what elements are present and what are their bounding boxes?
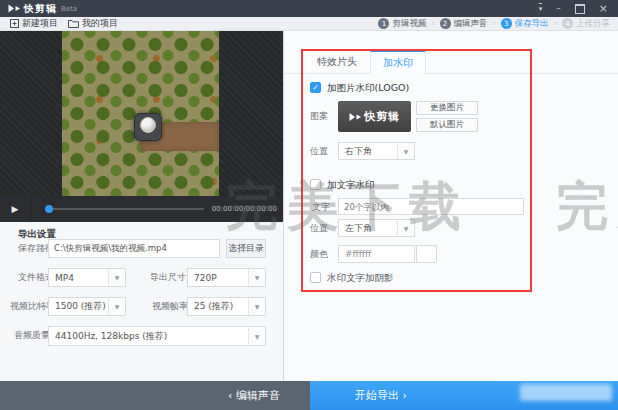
chevron-down-icon: ▼ xyxy=(397,220,414,236)
save-path-input[interactable] xyxy=(48,239,220,258)
watermark-text-input[interactable] xyxy=(338,198,524,215)
choose-directory-button[interactable]: 选择目录 xyxy=(226,239,266,258)
my-projects-button[interactable]: 我的项目 xyxy=(68,17,118,30)
window-controls: ▾ – × xyxy=(539,3,608,14)
new-project-button[interactable]: 新建项目 xyxy=(10,17,58,30)
back-to-audio-button[interactable]: ‹ 编辑声音 xyxy=(0,381,310,410)
video-fps-select[interactable]: 25 (推荐) ▼ xyxy=(187,297,266,316)
text-position-label: 位置 xyxy=(310,219,328,238)
chevron-down-icon: ▼ xyxy=(108,269,125,286)
app-logo-icon xyxy=(8,4,20,13)
text-watermark-label: 加文字水印 xyxy=(327,179,375,190)
video-tank-dome xyxy=(140,117,156,133)
app-title: 快剪辑 xyxy=(24,2,57,16)
video-frame xyxy=(62,31,219,196)
export-settings-section: 导出设置 保存路径 选择目录 文件格式 MP4 ▼ 导出尺寸 720P ▼ 视频… xyxy=(0,222,283,381)
start-export-button[interactable]: 开始导出 › xyxy=(310,381,618,410)
video-fps-label: 视频帧率 xyxy=(152,297,188,316)
default-image-button[interactable]: 默认图片 xyxy=(416,118,478,132)
slider-track xyxy=(47,208,204,210)
skin-menu-icon[interactable]: ▾ xyxy=(539,3,543,14)
app-window: 快剪辑 Beta ▾ – × 新建项目 我的项目 1 剪辑视频 xyxy=(0,0,618,410)
my-projects-label: 我的项目 xyxy=(82,17,118,30)
folder-icon xyxy=(68,19,79,28)
seek-slider[interactable] xyxy=(37,196,206,222)
step-upload-share[interactable]: 4 上传分享 xyxy=(562,18,610,30)
text-position-select[interactable]: 左下角 ▼ xyxy=(338,219,415,237)
step-edit-audio[interactable]: 2 编辑声音 xyxy=(440,18,488,30)
export-size-select[interactable]: 720P ▼ xyxy=(187,268,266,287)
color-label: 颜色 xyxy=(310,245,328,264)
beta-badge: Beta xyxy=(61,5,77,13)
export-size-label: 导出尺寸 xyxy=(150,268,186,287)
slider-handle[interactable] xyxy=(45,205,53,213)
logo-watermark-label: 加图片水印(LOGO) xyxy=(327,82,409,93)
tab-bar: 特效片头 加水印 xyxy=(284,50,618,74)
audio-quality-label: 音频质量 xyxy=(14,326,50,345)
color-input[interactable]: #ffffff xyxy=(338,245,415,263)
logo-position-label: 位置 xyxy=(310,142,328,161)
logo-position-select[interactable]: 右下角 ▼ xyxy=(338,142,415,160)
chevron-down-icon: ▼ xyxy=(248,269,265,286)
plus-square-icon xyxy=(10,19,19,28)
text-shadow-checkbox[interactable] xyxy=(310,272,321,283)
change-image-button[interactable]: 更换图片 xyxy=(416,101,478,115)
player-bar: ▶ 00:00:00/00:00:00 xyxy=(0,196,283,222)
logo-preview: 快剪辑 xyxy=(338,101,411,132)
chevron-down-icon: ▼ xyxy=(248,327,265,345)
chevron-down-icon: ▼ xyxy=(397,143,414,159)
step-edit-video[interactable]: 1 剪辑视频 xyxy=(378,18,426,30)
minimize-icon[interactable]: – xyxy=(556,4,561,13)
video-preview xyxy=(0,31,283,196)
left-panel: ▶ 00:00:00/00:00:00 导出设置 保存路径 选择目录 文件格式 … xyxy=(0,31,283,381)
color-swatch[interactable] xyxy=(416,245,437,263)
step-save-export[interactable]: 3 保存导出 xyxy=(501,18,549,30)
tab-intro-effects[interactable]: 特效片头 xyxy=(304,50,370,73)
wizard-steps: 1 剪辑视频 › 2 编辑声音 › 3 保存导出 › 4 上传分享 xyxy=(378,18,610,30)
new-project-label: 新建项目 xyxy=(22,17,58,30)
audio-quality-select[interactable]: 44100Hz, 128kbps (推荐) ▼ xyxy=(48,326,266,346)
title-bar: 快剪辑 Beta ▾ – × xyxy=(0,0,618,17)
image-label: 图案 xyxy=(310,107,328,126)
video-bitrate-select[interactable]: 1500 (推荐) ▼ xyxy=(48,297,126,316)
chevron-right-icon: › xyxy=(431,19,434,28)
footer-bar: ‹ 编辑声音 开始导出 › xyxy=(0,381,618,410)
chevron-down-icon: ▼ xyxy=(108,298,125,315)
text-label: 文字 xyxy=(312,198,330,217)
logo-watermark-checkbox[interactable]: ✓ xyxy=(310,82,321,93)
maximize-icon[interactable] xyxy=(575,4,585,14)
time-display: 00:00:00/00:00:00 xyxy=(212,205,277,213)
file-format-select[interactable]: MP4 ▼ xyxy=(48,268,126,287)
watermark-panel: 特效片头 加水印 ✓ 加图片水印(LOGO) 图案 快剪辑 更换图片 默认图片 … xyxy=(284,31,618,381)
chevron-right-icon: › xyxy=(554,19,557,28)
close-icon[interactable]: × xyxy=(599,4,608,13)
chevron-right-icon: › xyxy=(493,19,496,28)
check-icon: ✓ xyxy=(312,83,319,92)
text-shadow-label: 水印文字加阴影 xyxy=(327,272,394,283)
text-watermark-checkbox[interactable] xyxy=(310,179,321,190)
app-logo-icon xyxy=(349,112,361,122)
logo-preview-text: 快剪辑 xyxy=(364,109,400,124)
chevron-down-icon: ▼ xyxy=(248,298,265,315)
project-toolbar: 新建项目 我的项目 1 剪辑视频 › 2 编辑声音 › 3 保存导出 › xyxy=(0,17,618,31)
play-button[interactable]: ▶ xyxy=(0,196,31,222)
tab-add-watermark[interactable]: 加水印 xyxy=(370,50,426,74)
